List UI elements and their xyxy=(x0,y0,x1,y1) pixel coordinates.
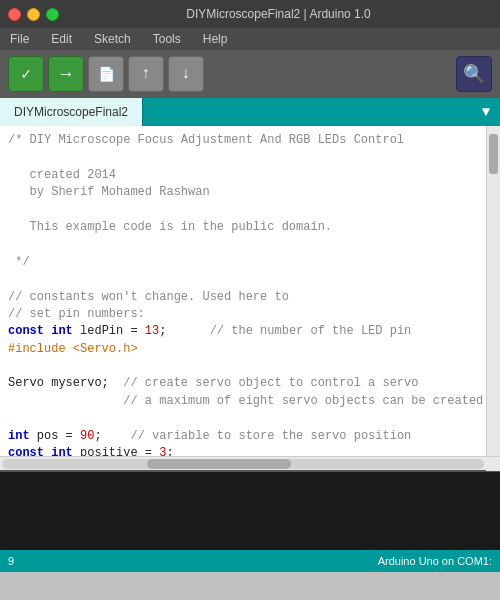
tab-diy[interactable]: DIYMicroscopeFinal2 xyxy=(0,98,143,126)
window-title: DIYMicroscopeFinal2 | Arduino 1.0 xyxy=(65,7,492,21)
editor-content[interactable]: /* DIY Microscope Focus Adjustment And R… xyxy=(0,126,486,456)
console-area xyxy=(0,470,500,550)
menu-sketch[interactable]: Sketch xyxy=(90,30,135,48)
editor-area: /* DIY Microscope Focus Adjustment And R… xyxy=(0,126,500,456)
search-button[interactable]: 🔍 xyxy=(456,56,492,92)
vscroll-thumb[interactable] xyxy=(489,134,498,174)
menu-tools[interactable]: Tools xyxy=(149,30,185,48)
minimize-button[interactable] xyxy=(27,8,40,21)
editor-scroll[interactable]: /* DIY Microscope Focus Adjustment And R… xyxy=(0,126,486,456)
menu-help[interactable]: Help xyxy=(199,30,232,48)
open-button[interactable]: ↑ xyxy=(128,56,164,92)
title-bar: DIYMicroscopeFinal2 | Arduino 1.0 xyxy=(0,0,500,28)
verify-button[interactable]: ✓ xyxy=(8,56,44,92)
status-board: Arduino Uno on COM1: xyxy=(378,555,492,567)
tab-bar: DIYMicroscopeFinal2 ▼ xyxy=(0,98,500,126)
hscroll-track[interactable] xyxy=(2,459,484,469)
vertical-scrollbar[interactable] xyxy=(486,126,500,456)
maximize-button[interactable] xyxy=(46,8,59,21)
menu-bar: File Edit Sketch Tools Help xyxy=(0,28,500,50)
upload-button[interactable]: → xyxy=(48,56,84,92)
scroll-corner xyxy=(486,457,500,471)
toolbar: ✓ → 📄 ↑ ↓ 🔍 xyxy=(0,50,500,98)
tab-more-button[interactable]: ▼ xyxy=(472,98,500,126)
hscroll-thumb[interactable] xyxy=(147,459,292,469)
menu-edit[interactable]: Edit xyxy=(47,30,76,48)
save-button[interactable]: ↓ xyxy=(168,56,204,92)
menu-file[interactable]: File xyxy=(6,30,33,48)
status-line-col: 9 xyxy=(8,555,14,567)
new-button[interactable]: 📄 xyxy=(88,56,124,92)
horizontal-scrollbar[interactable] xyxy=(0,456,500,470)
close-button[interactable] xyxy=(8,8,21,21)
status-bar: 9 Arduino Uno on COM1: xyxy=(0,550,500,572)
